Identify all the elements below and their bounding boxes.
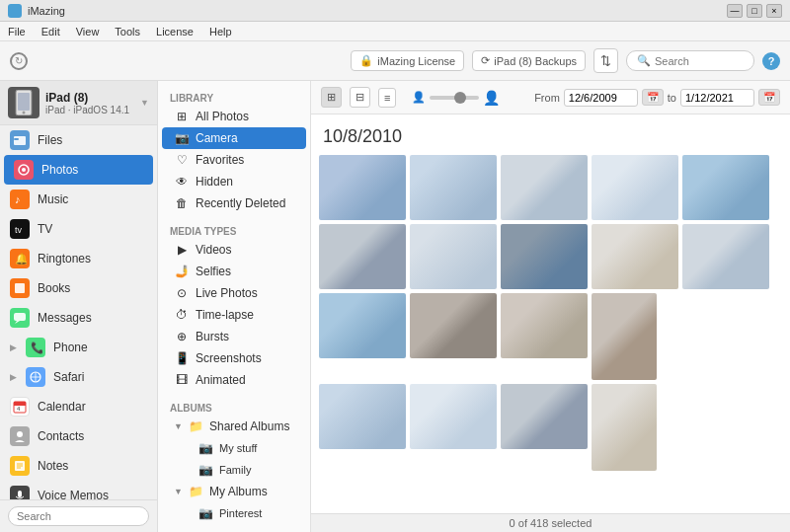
sidebar-item-ringtones[interactable]: 🔔 Ringtones — [0, 244, 157, 273]
panel-time-lapse[interactable]: ⏱ Time-lapse — [162, 304, 306, 326]
refresh-button[interactable]: ↻ — [10, 52, 28, 70]
panel-favorites[interactable]: ♡ Favorites — [162, 149, 306, 171]
status-bar: 0 of 418 selected — [311, 513, 790, 532]
panel-hidden[interactable]: 👁 Hidden — [162, 171, 306, 192]
backup-button[interactable]: ⟳ iPad (8) Backups — [472, 50, 586, 71]
panel-recently-deleted[interactable]: 🗑 Recently Deleted — [162, 192, 306, 214]
date-to-calendar-button[interactable]: 📅 — [758, 89, 780, 106]
photo-thumb[interactable] — [319, 384, 406, 449]
sidebar-item-files[interactable]: Files — [0, 125, 157, 155]
device-info: iPad (8) iPad · iPadOS 14.1 — [45, 91, 134, 115]
view-grid2-button[interactable]: ⊟ — [350, 87, 370, 108]
menu-tools[interactable]: Tools — [115, 26, 140, 38]
title-bar-left: iMazing — [8, 4, 65, 18]
panel-camera[interactable]: 📷 Camera — [162, 127, 306, 149]
photo-thumb[interactable] — [501, 155, 588, 220]
photo-thumb[interactable] — [410, 155, 497, 220]
view-list-button[interactable]: ≡ — [378, 88, 396, 108]
menu-help[interactable]: Help — [209, 26, 232, 38]
size-slider-thumb[interactable] — [454, 92, 466, 104]
panel-videos[interactable]: ▶ Videos — [162, 239, 306, 261]
svg-rect-1 — [18, 93, 30, 111]
to-label: to — [668, 92, 676, 104]
sidebar-item-calendar[interactable]: 4 Calendar — [0, 392, 157, 421]
sidebar-label-safari: Safari — [53, 370, 84, 384]
menu-license[interactable]: License — [156, 26, 194, 38]
people-slider[interactable]: 👤 👤 — [412, 90, 500, 106]
photo-thumb[interactable] — [319, 224, 406, 289]
size-slider-track[interactable] — [430, 96, 479, 100]
help-button[interactable]: ? — [762, 52, 780, 70]
license-button[interactable]: 🔒 iMazing License — [351, 50, 464, 71]
photo-thumb[interactable] — [682, 155, 769, 220]
sidebar-item-messages[interactable]: Messages — [0, 303, 157, 333]
photo-thumb[interactable] — [592, 384, 657, 471]
videos-icon: ▶ — [174, 243, 190, 257]
photo-thumb[interactable] — [501, 293, 588, 358]
sidebar-item-books[interactable]: Books — [0, 273, 157, 303]
my-stuff-label: My stuff — [219, 442, 257, 454]
panel-my-stuff[interactable]: 📷 My stuff — [186, 437, 306, 459]
sidebar-item-safari[interactable]: ▶ Safari — [0, 362, 157, 392]
animated-label: Animated — [196, 373, 246, 387]
menu-edit[interactable]: Edit — [41, 26, 60, 38]
sidebar-item-notes[interactable]: Notes — [0, 451, 157, 481]
panel-shared-albums[interactable]: ▼ 📁 Shared Albums — [162, 416, 306, 437]
sidebar-search-input[interactable] — [8, 506, 149, 526]
date-from-calendar-button[interactable]: 📅 — [642, 89, 664, 106]
sidebar-item-music[interactable]: ♪ Music — [0, 185, 157, 214]
photo-thumb[interactable] — [410, 384, 497, 449]
sidebar-search-area[interactable] — [0, 499, 157, 532]
my-stuff-icon: 📷 — [198, 441, 213, 455]
photo-row-3 — [319, 293, 782, 380]
window-controls[interactable]: — □ × — [727, 4, 782, 18]
photo-thumb[interactable] — [592, 293, 657, 380]
menu-file[interactable]: File — [8, 26, 26, 38]
sidebar-item-photos[interactable]: Photos — [4, 155, 153, 185]
photo-thumb[interactable] — [501, 224, 588, 289]
panel-animated[interactable]: 🎞 Animated — [162, 369, 306, 391]
date-from-input[interactable] — [564, 89, 638, 107]
panel-selfies[interactable]: 🤳 Selfies — [162, 261, 306, 282]
photo-thumb[interactable] — [319, 293, 406, 358]
transfer-button[interactable]: ⇅ — [593, 48, 618, 73]
sidebar-item-contacts[interactable]: Contacts — [0, 421, 157, 451]
panel-live-photos[interactable]: ⊙ Live Photos — [162, 282, 306, 304]
photo-thumb[interactable] — [682, 224, 769, 289]
photo-thumb[interactable] — [592, 155, 678, 220]
recently-deleted-label: Recently Deleted — [196, 196, 285, 210]
sidebar-item-tv[interactable]: tv TV — [0, 214, 157, 244]
search-input[interactable] — [655, 55, 753, 67]
time-lapse-icon: ⏱ — [174, 308, 190, 322]
family-label: Family — [219, 464, 251, 476]
panel-pinterest[interactable]: 📷 Pinterest — [186, 502, 306, 524]
panel-all-photos[interactable]: ⊞ All Photos — [162, 106, 306, 127]
search-box[interactable]: 🔍 — [626, 50, 754, 71]
panel-my-albums[interactable]: ▼ 📁 My Albums — [162, 481, 306, 502]
shared-albums-children: 📷 My stuff 📷 Family — [158, 437, 310, 481]
photo-thumb[interactable] — [501, 384, 588, 449]
menu-bar: File Edit View Tools License Help — [0, 22, 790, 41]
panel-family[interactable]: 📷 Family — [186, 459, 306, 481]
minimize-button[interactable]: — — [727, 4, 743, 18]
panel-screenshots[interactable]: 📱 Screenshots — [162, 347, 306, 369]
photo-thumb[interactable] — [410, 224, 497, 289]
sidebar-label-music: Music — [38, 192, 68, 206]
panel-bursts[interactable]: ⊕ Bursts — [162, 326, 306, 347]
maximize-button[interactable]: □ — [747, 4, 762, 18]
close-button[interactable]: × — [766, 4, 782, 18]
device-header[interactable]: iPad (8) iPad · iPadOS 14.1 ▼ — [0, 81, 157, 125]
photo-thumb[interactable] — [592, 224, 678, 289]
selfies-label: Selfies — [196, 265, 231, 278]
sidebar-item-phone[interactable]: ▶ 📞 Phone — [0, 333, 157, 362]
photo-thumb[interactable] — [410, 293, 497, 358]
photo-thumb[interactable] — [319, 155, 406, 220]
view-grid-button[interactable]: ⊞ — [321, 87, 342, 108]
license-label: iMazing License — [377, 55, 455, 67]
my-albums-folder-icon: 📁 — [188, 485, 203, 498]
sidebar-item-voicememos[interactable]: Voice Memos — [0, 481, 157, 499]
sidebar: iPad (8) iPad · iPadOS 14.1 ▼ Files Phot… — [0, 81, 158, 532]
sidebar-label-books: Books — [38, 281, 70, 295]
menu-view[interactable]: View — [76, 26, 100, 38]
date-to-input[interactable] — [680, 89, 754, 107]
